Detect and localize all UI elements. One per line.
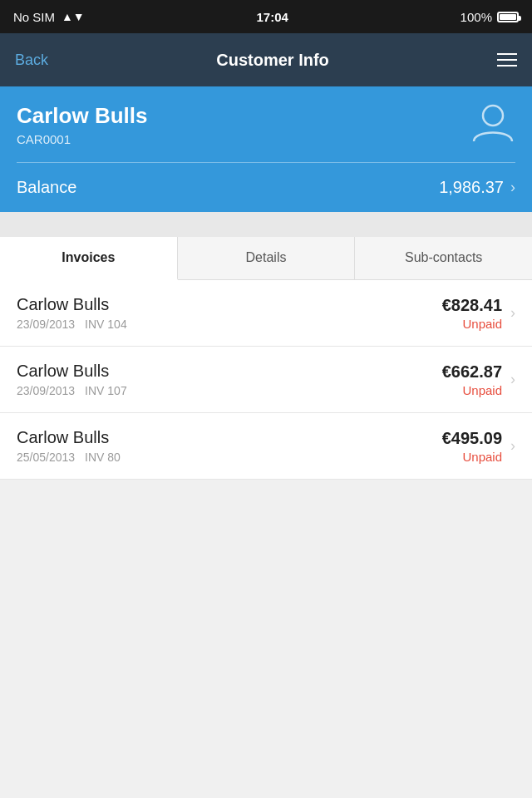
balance-value: 1,986.37 bbox=[439, 178, 504, 197]
battery-label: 100% bbox=[461, 10, 492, 24]
status-carrier: No SIM ▲▼ bbox=[13, 10, 85, 24]
invoice-meta: 23/09/2013 INV 107 bbox=[17, 384, 127, 397]
balance-label: Balance bbox=[17, 178, 76, 197]
invoice-right: €828.41 Unpaid › bbox=[442, 296, 515, 331]
status-time: 17:04 bbox=[256, 10, 288, 24]
battery-icon bbox=[497, 12, 519, 22]
customer-name: Carlow Bulls bbox=[17, 103, 147, 129]
invoice-item[interactable]: Carlow Bulls 23/09/2013 INV 107 €662.87 … bbox=[0, 347, 532, 413]
invoice-date: 23/09/2013 bbox=[17, 318, 75, 331]
status-bar: No SIM ▲▼ 17:04 100% bbox=[0, 0, 532, 33]
tab-sub-contacts[interactable]: Sub-contacts bbox=[355, 237, 532, 279]
tab-details[interactable]: Details bbox=[178, 237, 356, 279]
invoice-meta: 23/09/2013 INV 104 bbox=[17, 318, 127, 331]
invoice-chevron-icon: › bbox=[510, 437, 515, 455]
invoice-left: Carlow Bulls 23/09/2013 INV 104 bbox=[17, 295, 127, 331]
tabs: Invoices Details Sub-contacts bbox=[0, 237, 532, 280]
invoice-status: Unpaid bbox=[442, 450, 502, 464]
invoice-status: Unpaid bbox=[442, 317, 502, 331]
balance-chevron-icon: › bbox=[510, 179, 515, 196]
menu-icon-line1 bbox=[497, 53, 517, 55]
invoice-right: €495.09 Unpaid › bbox=[442, 429, 515, 464]
invoice-name: Carlow Bulls bbox=[17, 295, 127, 314]
wifi-icon: ▲▼ bbox=[62, 10, 85, 23]
invoice-amount: €495.09 bbox=[442, 429, 502, 448]
invoice-name: Carlow Bulls bbox=[17, 428, 121, 447]
invoice-meta: 25/05/2013 INV 80 bbox=[17, 451, 121, 464]
invoice-amount: €828.41 bbox=[442, 296, 502, 315]
nav-bar: Back Customer Info bbox=[0, 33, 532, 86]
invoice-date: 23/09/2013 bbox=[17, 384, 75, 397]
invoice-number: INV 104 bbox=[85, 318, 127, 331]
menu-icon-line3 bbox=[497, 65, 517, 66]
invoice-status: Unpaid bbox=[442, 383, 502, 397]
tab-invoices[interactable]: Invoices bbox=[0, 237, 178, 280]
status-battery: 100% bbox=[461, 10, 519, 24]
invoice-chevron-icon: › bbox=[510, 371, 515, 388]
invoice-number: INV 80 bbox=[85, 451, 121, 464]
invoice-item[interactable]: Carlow Bulls 23/09/2013 INV 104 €828.41 … bbox=[0, 280, 532, 347]
svg-point-0 bbox=[483, 106, 503, 126]
invoice-item[interactable]: Carlow Bulls 25/05/2013 INV 80 €495.09 U… bbox=[0, 413, 532, 480]
customer-code: CAR0001 bbox=[17, 132, 147, 146]
menu-button[interactable] bbox=[497, 53, 517, 66]
invoice-chevron-icon: › bbox=[510, 304, 515, 322]
customer-info: Carlow Bulls CAR0001 bbox=[17, 103, 147, 146]
menu-icon-line2 bbox=[497, 59, 517, 61]
invoice-date: 25/05/2013 bbox=[17, 451, 75, 464]
balance-row[interactable]: Balance 1,986.37 › bbox=[17, 163, 515, 212]
invoice-name: Carlow Bulls bbox=[17, 362, 127, 381]
customer-card: Carlow Bulls CAR0001 Balance 1,986.37 › bbox=[0, 86, 532, 212]
spacer bbox=[0, 212, 532, 237]
carrier-label: No SIM bbox=[13, 10, 55, 24]
page-title: Customer Info bbox=[216, 51, 329, 70]
invoice-left: Carlow Bulls 23/09/2013 INV 107 bbox=[17, 362, 127, 397]
invoice-amount-block: €662.87 Unpaid bbox=[442, 362, 502, 397]
invoice-list: Carlow Bulls 23/09/2013 INV 104 €828.41 … bbox=[0, 280, 532, 480]
invoice-left: Carlow Bulls 25/05/2013 INV 80 bbox=[17, 428, 121, 464]
invoice-number: INV 107 bbox=[85, 384, 127, 397]
back-button[interactable]: Back bbox=[15, 52, 48, 69]
invoice-amount-block: €495.09 Unpaid bbox=[442, 429, 502, 464]
invoice-amount: €662.87 bbox=[442, 362, 502, 382]
customer-avatar-icon bbox=[470, 103, 515, 149]
invoice-right: €662.87 Unpaid › bbox=[442, 362, 515, 397]
invoice-amount-block: €828.41 Unpaid bbox=[442, 296, 502, 331]
